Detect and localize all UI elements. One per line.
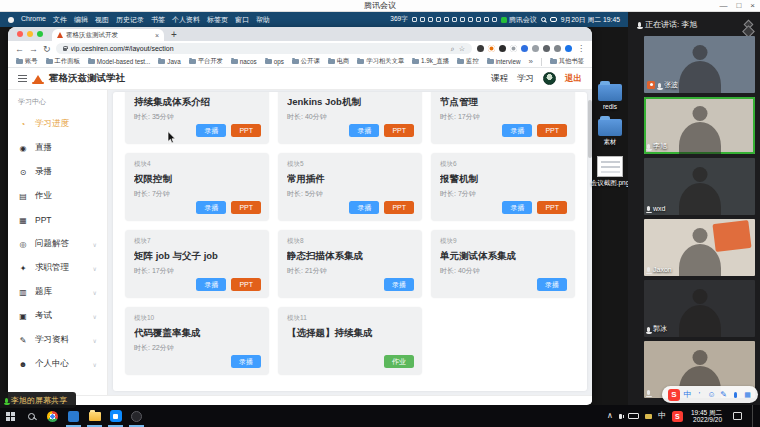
mic-icon[interactable] (420, 17, 425, 22)
card-action-button[interactable]: 录播 (349, 124, 379, 137)
extensions-puzzle-icon[interactable] (543, 45, 550, 52)
wifi-icon[interactable] (492, 17, 497, 22)
ext-blue-icon[interactable] (521, 45, 528, 52)
participant-tile[interactable]: 李旭 (644, 97, 755, 154)
mic-icon[interactable] (647, 144, 650, 149)
ext-ring-icon[interactable] (510, 45, 517, 52)
phone-icon[interactable] (468, 17, 473, 22)
sidebar-item[interactable]: ▤ 作业 ∨ (8, 184, 107, 208)
side-panel-icon[interactable] (554, 45, 561, 52)
other-bookmarks[interactable]: 其他书签 (550, 57, 584, 66)
taskbar-app[interactable] (84, 405, 105, 427)
bookmark-item[interactable]: Java (158, 57, 180, 66)
desktop-icon[interactable]: 素材 (592, 119, 628, 147)
new-tab-button[interactable]: + (171, 29, 177, 41)
browser-menu-kebab-icon[interactable]: ⋮ (577, 44, 585, 53)
url-text[interactable]: vip.ceshiren.com/#/layout/section (71, 45, 447, 52)
mac-minimize-icon[interactable] (27, 31, 33, 37)
card-action-button[interactable]: PPT (231, 278, 261, 291)
bookmark-item[interactable]: 1.9k_直播 (412, 57, 449, 66)
sidebar-item[interactable]: ▣ 考试 ∨ (8, 304, 107, 328)
spotlight-search-icon[interactable] (541, 17, 546, 22)
hamburger-menu-icon[interactable] (18, 75, 27, 82)
pen-icon[interactable]: ✎ (719, 389, 728, 400)
sogou-logo-icon[interactable]: S (668, 389, 680, 401)
ext-gray-icon[interactable] (532, 45, 539, 52)
bookmark-item[interactable]: 学习相关文章 (357, 57, 404, 66)
card-action-button[interactable]: 录播 (502, 124, 532, 137)
bookmark-item[interactable]: 公开课 (292, 57, 320, 66)
nav-learn-link[interactable]: 学习 (517, 73, 534, 85)
menu-item[interactable]: 书签 (151, 15, 165, 25)
back-icon[interactable]: ← (15, 44, 24, 54)
mic-icon[interactable] (647, 390, 650, 395)
bookmark-item[interactable]: nacos (231, 57, 257, 66)
card-action-button[interactable]: 录播 (384, 278, 414, 291)
menu-item[interactable]: 个人资料 (172, 15, 200, 25)
taskbar-app[interactable] (21, 405, 42, 427)
sidebar-item[interactable]: ✦ 求职管理 ∨ (8, 256, 107, 280)
meeting-menubar-indicator[interactable]: 腾讯会议 (501, 15, 537, 25)
sidebar-item[interactable]: ✎ 学习资料 ∨ (8, 328, 107, 352)
desktop-icon[interactable]: redis (592, 84, 628, 110)
lang-zh-icon[interactable]: 中 (683, 389, 692, 400)
bookmark-item[interactable]: 工作面板 (46, 57, 80, 66)
sidebar-item[interactable]: ▥ 题库 ∨ (8, 280, 107, 304)
card-action-button[interactable]: 录播 (349, 201, 379, 214)
mic-icon[interactable] (647, 327, 650, 332)
bookmark-item[interactable]: Model-based test... (88, 57, 151, 66)
taskbar-clock[interactable]: 19:45 周二 2022/9/20 (691, 409, 722, 424)
taskbar-app[interactable] (0, 405, 21, 427)
mic-icon[interactable] (647, 206, 650, 211)
sidebar-item[interactable]: ▦ PPT ∨ (8, 208, 107, 232)
collapse-panel-icon[interactable] (744, 19, 754, 29)
card-action-button[interactable]: PPT (231, 124, 261, 137)
tab-close-icon[interactable]: × (155, 32, 159, 39)
dnd-icon[interactable] (460, 17, 465, 22)
usb-icon[interactable] (645, 414, 652, 419)
bookmark-star-icon[interactable]: ☆ (459, 45, 465, 53)
nav-course-link[interactable]: 课程 (491, 73, 508, 85)
sync-icon[interactable] (436, 17, 441, 22)
active-tab[interactable]: 霍格沃兹测试开发 × (52, 29, 164, 41)
menu-item[interactable]: 编辑 (74, 15, 88, 25)
participant-tile[interactable]: 张波 (644, 36, 755, 93)
battery-icon[interactable] (484, 17, 489, 22)
ext-orange-icon[interactable] (488, 45, 495, 52)
menu-item[interactable]: 历史记录 (116, 15, 144, 25)
menu-item[interactable]: 视图 (95, 15, 109, 25)
lang-zh-icon[interactable]: 中 (658, 412, 666, 420)
bookmark-item[interactable]: 监控 (457, 57, 479, 66)
bookmark-item[interactable]: 账号 (16, 57, 38, 66)
card-action-button[interactable]: 录播 (231, 355, 261, 368)
reload-icon[interactable]: ↻ (43, 44, 51, 54)
mic-icon[interactable] (658, 83, 661, 88)
control-center-icon[interactable] (550, 17, 557, 22)
sidebar-item[interactable]: ◔ 学习进度 ∨ (8, 112, 107, 136)
card-action-button[interactable]: PPT (537, 201, 567, 214)
close-icon[interactable]: × (750, 0, 755, 12)
menu-item[interactable]: 文件 (53, 15, 67, 25)
horizontal-scrollbar[interactable] (8, 395, 592, 404)
menubar-datetime[interactable]: 9月20日 周二 19:45 (561, 15, 620, 25)
logout-button[interactable]: 退出 (565, 73, 582, 85)
address-bar[interactable]: vip.ceshiren.com/#/layout/section ⌕ ☆ (56, 43, 472, 54)
apple-logo-icon[interactable] (8, 17, 14, 23)
card-action-button[interactable]: 作业 (384, 355, 414, 368)
taskbar-app[interactable] (42, 405, 63, 427)
bookmark-item[interactable]: 电商 (328, 57, 350, 66)
taskbar-app[interactable] (63, 405, 84, 427)
chevron-up-icon[interactable]: ∧ (607, 412, 613, 420)
mic-icon[interactable] (647, 267, 650, 272)
desktop-icon[interactable]: 会议截图.png (592, 156, 628, 188)
emoji-icon[interactable]: ☺ (707, 389, 716, 400)
notification-center-icon[interactable] (733, 412, 742, 420)
participant-tile[interactable]: wxd (644, 158, 755, 215)
display-icon[interactable] (428, 17, 433, 22)
mac-fullscreen-icon[interactable] (37, 31, 43, 37)
sidebar-item[interactable]: ◎ 问题解答 ∨ (8, 232, 107, 256)
card-action-button[interactable]: 录播 (196, 278, 226, 291)
user-avatar[interactable] (543, 72, 556, 85)
mac-close-icon[interactable] (17, 31, 23, 37)
volume-icon[interactable] (619, 414, 622, 419)
